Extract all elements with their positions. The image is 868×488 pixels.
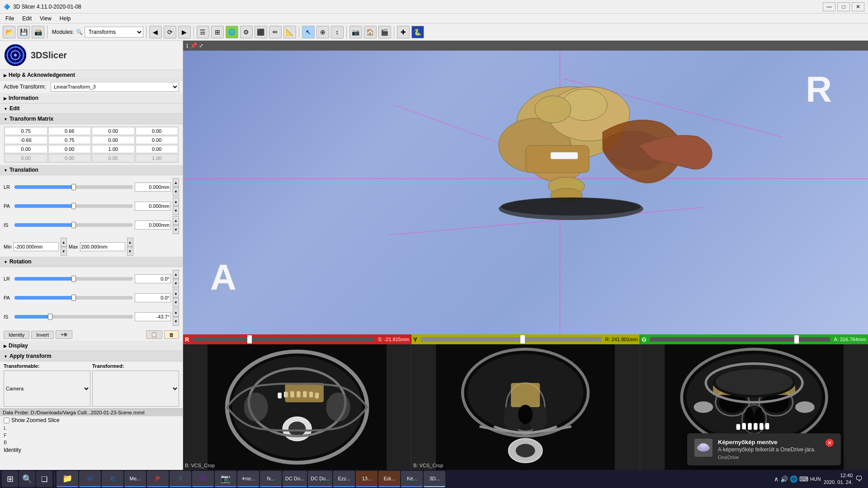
is-down[interactable]: ▼ bbox=[173, 225, 179, 234]
transform-matrix-header[interactable]: Transform Matrix bbox=[0, 114, 183, 124]
m20[interactable]: 0.00 bbox=[5, 145, 47, 153]
max-input[interactable] bbox=[80, 242, 125, 251]
rot-is-input[interactable] bbox=[135, 312, 171, 321]
toolbar-btn-2[interactable]: 💾 bbox=[17, 26, 30, 38]
pa-slider-track[interactable] bbox=[14, 204, 133, 208]
rot-is-up[interactable]: ▲ bbox=[173, 308, 179, 317]
nav-reload[interactable]: ⟳ bbox=[164, 26, 176, 38]
tb-layout4[interactable]: ⚙ bbox=[240, 26, 253, 38]
show-zoomed-checkbox[interactable] bbox=[4, 418, 9, 423]
tray-lang[interactable]: HUN bbox=[810, 476, 821, 482]
max-down[interactable]: ▼ bbox=[127, 247, 133, 256]
taskbar-app-camera[interactable]: 📷 bbox=[215, 471, 236, 487]
lr-down[interactable]: ▼ bbox=[173, 187, 179, 196]
tb-tool1[interactable]: ⊕ bbox=[316, 26, 329, 38]
slice-y-slider[interactable] bbox=[421, 337, 602, 342]
toast-close-button[interactable]: ✕ bbox=[826, 439, 834, 447]
taskbar-app-ezz[interactable]: Ezz... bbox=[333, 471, 355, 487]
m21[interactable]: 0.00 bbox=[48, 145, 91, 153]
transformable-list[interactable]: Camera bbox=[4, 371, 90, 407]
min-up[interactable]: ▲ bbox=[61, 238, 67, 247]
maximize-button[interactable]: □ bbox=[837, 2, 850, 11]
taskbar-app-13[interactable]: 13... bbox=[356, 471, 377, 487]
pa-up[interactable]: ▲ bbox=[173, 197, 179, 206]
rot-pa-input[interactable] bbox=[135, 293, 171, 302]
transformed-list[interactable] bbox=[92, 371, 179, 407]
slice-r-slider[interactable] bbox=[193, 337, 374, 342]
tb-render[interactable]: 🎬 bbox=[378, 26, 391, 38]
tb-layout1[interactable]: ☰ bbox=[197, 26, 209, 38]
information-section-header[interactable]: Information bbox=[0, 93, 183, 103]
menu-file[interactable]: File bbox=[2, 14, 18, 23]
start-button[interactable]: ⊞ bbox=[2, 471, 18, 487]
taskbar-app-ke[interactable]: Ké... bbox=[401, 471, 423, 487]
ct-area-r[interactable]: B: VCS_Crop bbox=[183, 344, 411, 470]
rot-pa-track[interactable] bbox=[14, 296, 133, 300]
viewport-3d[interactable]: R A bbox=[183, 51, 868, 334]
identity-button[interactable]: Identity bbox=[4, 331, 29, 339]
m12[interactable]: 0.00 bbox=[92, 136, 135, 144]
tray-expand[interactable]: ∧ bbox=[774, 475, 778, 483]
m23[interactable]: 0.00 bbox=[136, 145, 179, 153]
pa-value-input[interactable] bbox=[135, 202, 171, 211]
plus-button[interactable]: +⊕ bbox=[56, 330, 72, 339]
nav-back[interactable]: ◀ bbox=[149, 26, 162, 38]
m13[interactable]: 0.00 bbox=[136, 136, 179, 144]
toolbar-btn-3[interactable]: 📸 bbox=[32, 26, 44, 38]
invert-button[interactable]: Invert bbox=[31, 331, 54, 339]
m10[interactable]: -0.66 bbox=[5, 136, 47, 144]
rot-lr-track[interactable] bbox=[14, 277, 133, 281]
apply-transform-section-header[interactable]: Apply transform bbox=[0, 351, 183, 361]
taskbar-app-dc1[interactable]: DC Do... bbox=[283, 471, 307, 487]
tb-capture[interactable]: 📷 bbox=[349, 26, 362, 38]
tb-layout3[interactable]: 🌐 bbox=[226, 26, 238, 38]
translation-section-header[interactable]: Translation bbox=[0, 165, 183, 175]
taskbar-app-3d[interactable]: 3D... bbox=[424, 471, 445, 487]
display-section-header[interactable]: Display bbox=[0, 341, 183, 351]
min-input[interactable] bbox=[14, 242, 59, 251]
tb-plus[interactable]: ✚ bbox=[397, 26, 410, 38]
notification-icon[interactable]: 🗨 bbox=[855, 475, 863, 483]
rot-pa-up[interactable]: ▲ bbox=[173, 289, 179, 298]
menu-view[interactable]: View bbox=[36, 14, 55, 23]
taskbar-app-filemgr[interactable]: 📁 bbox=[57, 471, 78, 487]
taskbar-app-word[interactable]: W bbox=[79, 471, 101, 487]
menu-edit[interactable]: Edit bbox=[19, 14, 35, 23]
tb-python[interactable]: 🐍 bbox=[411, 26, 424, 38]
taskbar-app-ne[interactable]: ✳ne... bbox=[237, 471, 259, 487]
is-value-input[interactable] bbox=[135, 221, 171, 230]
pa-down[interactable]: ▼ bbox=[173, 206, 179, 215]
tb-tool2[interactable]: ↕ bbox=[331, 26, 344, 38]
taskbar-clock[interactable]: 12:40 2020. 01. 24. bbox=[824, 472, 853, 486]
lr-slider-track[interactable] bbox=[14, 185, 133, 189]
vp-pin-icon[interactable]: 📌 bbox=[190, 42, 197, 49]
tb-scene[interactable]: 🏠 bbox=[364, 26, 377, 38]
m11[interactable]: 0.75 bbox=[48, 136, 91, 144]
ct-area-y[interactable]: B: VCS_Crop bbox=[411, 344, 639, 470]
tb-layout2[interactable]: ⊞ bbox=[211, 26, 224, 38]
rot-lr-input[interactable] bbox=[135, 274, 171, 283]
taskbar-app-n2[interactable]: N... bbox=[260, 471, 282, 487]
rot-pa-down[interactable]: ▼ bbox=[173, 298, 179, 307]
lr-value-input[interactable] bbox=[135, 183, 171, 192]
is-slider-track[interactable] bbox=[14, 223, 133, 227]
taskbar-app-edi[interactable]: Edi... bbox=[378, 471, 400, 487]
paste-button[interactable]: 🗑 bbox=[164, 330, 179, 339]
m03[interactable]: 0.00 bbox=[136, 127, 179, 135]
menu-help[interactable]: Help bbox=[56, 14, 75, 23]
m22[interactable]: 1.00 bbox=[92, 145, 135, 153]
min-down[interactable]: ▼ bbox=[61, 247, 67, 256]
tb-layout7[interactable]: 📐 bbox=[283, 26, 296, 38]
taskbar-app-onenote[interactable]: N bbox=[192, 471, 214, 487]
toolbar-btn-1[interactable]: 📂 bbox=[3, 26, 15, 38]
tray-volume[interactable]: 🔊 bbox=[780, 475, 788, 483]
slice-g-slider[interactable] bbox=[650, 337, 830, 342]
rotation-section-header[interactable]: Rotation bbox=[0, 257, 183, 267]
nav-forward[interactable]: ▶ bbox=[178, 26, 191, 38]
tray-network[interactable]: 🌐 bbox=[790, 475, 797, 483]
rot-lr-down[interactable]: ▼ bbox=[173, 279, 179, 288]
tb-cursor[interactable]: ↖ bbox=[302, 26, 315, 38]
taskview-button[interactable]: ❑ bbox=[36, 471, 52, 487]
help-section-header[interactable]: Help & Acknowledgement bbox=[0, 70, 183, 80]
taskbar-app-excel[interactable]: X bbox=[170, 471, 191, 487]
